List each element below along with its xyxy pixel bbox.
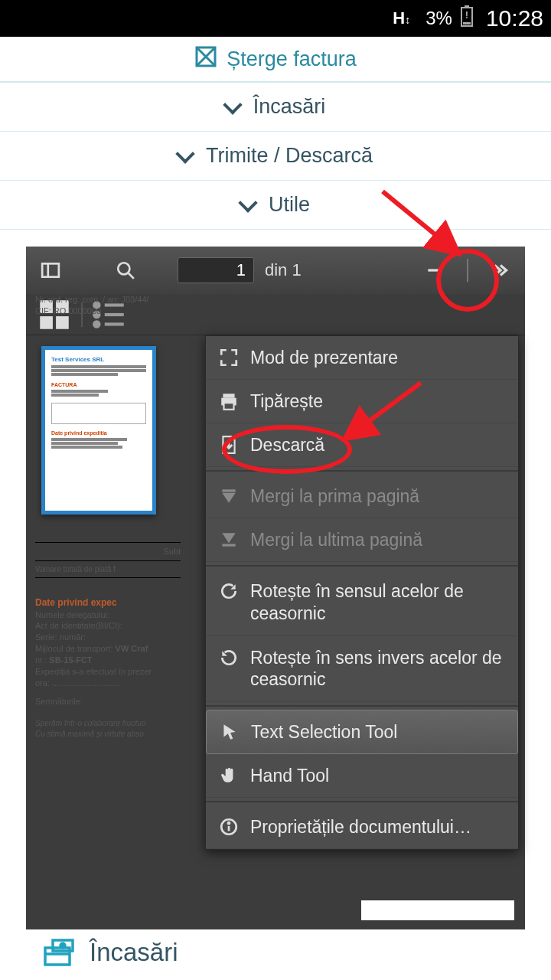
doc-line: Act de identitate(BI/CI): <box>35 620 181 632</box>
rotate-cw-icon <box>218 580 240 602</box>
first-page-icon <box>218 485 240 507</box>
chevron-down-icon <box>223 95 242 114</box>
page-number-input[interactable] <box>178 257 254 283</box>
menu-rotate-cw[interactable]: Rotește în sensul acelor de ceasornic <box>206 570 518 636</box>
doc-line: nr.: <box>35 655 49 665</box>
pdf-tools-menu: Mod de prezentare Tipărește Descarcă Mer… <box>205 335 519 850</box>
accordion-utile[interactable]: Utile <box>0 181 551 230</box>
zoom-out-button[interactable] <box>419 255 450 286</box>
page-total-label: din 1 <box>265 260 302 280</box>
doc-line: Numele delegatului: <box>35 609 181 621</box>
svg-rect-28 <box>222 544 235 546</box>
accordion-label: Utile <box>269 193 310 217</box>
fullscreen-icon <box>218 347 240 368</box>
menu-label: Text Selection Tool <box>251 722 397 743</box>
hand-icon <box>218 765 240 786</box>
document-fragment: Subt Valoare totală de plată f Date priv… <box>35 539 181 739</box>
menu-separator <box>206 705 518 707</box>
doc-line: Mijlocul de transport: <box>35 644 116 653</box>
status-bar: H↕ 3% ! 10:28 <box>0 0 551 37</box>
menu-label: Rotește în sensul acelor de ceasornic <box>250 580 506 625</box>
svg-text:!: ! <box>465 9 468 21</box>
menu-label: Hand Tool <box>250 766 329 786</box>
section-incasari[interactable]: Încasări <box>42 936 178 969</box>
chevron-down-icon <box>238 193 257 212</box>
menu-presentation[interactable]: Mod de prezentare <box>206 336 518 380</box>
payment-icon <box>42 936 76 969</box>
doc-line: Serie: număr: <box>35 632 181 643</box>
menu-label: Rotește în sens invers acelor de ceasorn… <box>250 647 506 691</box>
menu-separator <box>206 565 518 567</box>
thumb-section: FACTURA <box>51 382 146 387</box>
svg-rect-24 <box>223 394 234 397</box>
menu-rotate-ccw[interactable]: Rotește în sens invers acelor de ceasorn… <box>206 636 518 703</box>
svg-rect-17 <box>56 316 69 329</box>
delete-invoice-label: Șterge factura <box>227 47 357 71</box>
doc-bold: VW Craf <box>116 644 148 653</box>
download-icon <box>218 434 240 456</box>
clock: 10:28 <box>486 5 543 31</box>
more-tools-button[interactable] <box>485 255 516 286</box>
doc-cif-line: CIF: RO 0000000 <box>35 305 181 317</box>
pdf-body: Nr. ord. reg. com. / an: J03/44/ CIF: RO… <box>26 335 525 929</box>
pdf-toolbar: din 1 <box>26 247 525 294</box>
svg-rect-6 <box>463 22 471 24</box>
menu-label: Mergi la prima pagină <box>250 486 419 507</box>
accordion-incasari[interactable]: Încasări <box>0 83 551 132</box>
menu-properties[interactable]: Proprietățile documentului… <box>206 805 518 849</box>
doc-reg-line: Nr. ord. reg. com. / an: J03/44/ <box>35 294 181 305</box>
doc-total: Valoare totală de plată f <box>35 564 181 575</box>
menu-label: Tipărește <box>250 391 323 412</box>
section-label: Încasări <box>90 938 178 967</box>
data-icon: H↕ <box>393 8 410 28</box>
accordion-label: Încasări <box>253 95 326 119</box>
battery-icon: ! <box>460 5 474 32</box>
menu-separator <box>206 801 518 802</box>
rotate-ccw-icon <box>218 647 240 668</box>
doc-bold: SB-15-FCT <box>49 655 92 665</box>
doc-note: Sperăm într-o colaborare fructuo <box>35 718 181 729</box>
svg-rect-9 <box>42 263 59 276</box>
menu-text-tool[interactable]: Text Selection Tool <box>206 710 518 754</box>
print-icon <box>218 390 240 412</box>
doc-line: ora: ............................. <box>35 678 181 689</box>
menu-first-page[interactable]: Mergi la prima pagină <box>206 475 518 518</box>
info-icon <box>218 816 240 838</box>
pdf-viewer: din 1 Nr. ord. reg. com. / an: J03/44/ C… <box>26 247 525 929</box>
menu-print[interactable]: Tipărește <box>206 380 518 423</box>
menu-last-page[interactable]: Mergi la ultima pagină <box>206 518 518 562</box>
svg-point-11 <box>118 263 129 274</box>
sidebar-toggle-button[interactable] <box>35 255 66 286</box>
svg-rect-26 <box>224 403 234 410</box>
menu-label: Proprietățile documentului… <box>250 817 471 838</box>
page-bottom-strip <box>361 900 514 920</box>
svg-rect-27 <box>222 489 235 492</box>
delete-invoice-row[interactable]: Șterge factura <box>0 37 551 83</box>
menu-hand-tool[interactable]: Hand Tool <box>206 754 518 798</box>
delete-icon <box>194 45 217 74</box>
battery-percent: 3% <box>425 8 452 29</box>
svg-point-22 <box>94 322 99 326</box>
svg-point-31 <box>228 822 230 824</box>
doc-line: Expediția s-a efectuat în prezer <box>35 666 181 678</box>
thumb-company: Test Services SRL <box>51 356 146 363</box>
thumb-shipping: Date privind expeditia <box>51 430 146 436</box>
doc-sig: Semnăturile: <box>35 696 181 707</box>
chevron-down-icon <box>175 144 194 163</box>
menu-label: Mod de prezentare <box>250 348 398 368</box>
menu-label: Descarcă <box>250 435 324 456</box>
search-button[interactable] <box>110 255 141 286</box>
menu-download[interactable]: Descarcă <box>206 423 518 467</box>
last-page-icon <box>218 529 240 550</box>
menu-label: Mergi la ultima pagină <box>250 530 422 550</box>
separator <box>467 259 468 282</box>
doc-shipping-header: Date privind expec <box>35 596 181 609</box>
accordion-trimite[interactable]: Trimite / Descarcă <box>0 132 551 181</box>
svg-line-12 <box>128 273 134 279</box>
svg-rect-16 <box>40 316 53 329</box>
page-thumbnail[interactable]: Test Services SRL FACTURA Date privind e… <box>41 346 156 514</box>
doc-subtotal: Subt <box>35 546 181 557</box>
doc-note: Cu stimă maximă și virtute abso <box>35 729 181 740</box>
thumbnail-panel: Test Services SRL FACTURA Date privind e… <box>41 346 156 514</box>
menu-separator <box>206 470 518 472</box>
